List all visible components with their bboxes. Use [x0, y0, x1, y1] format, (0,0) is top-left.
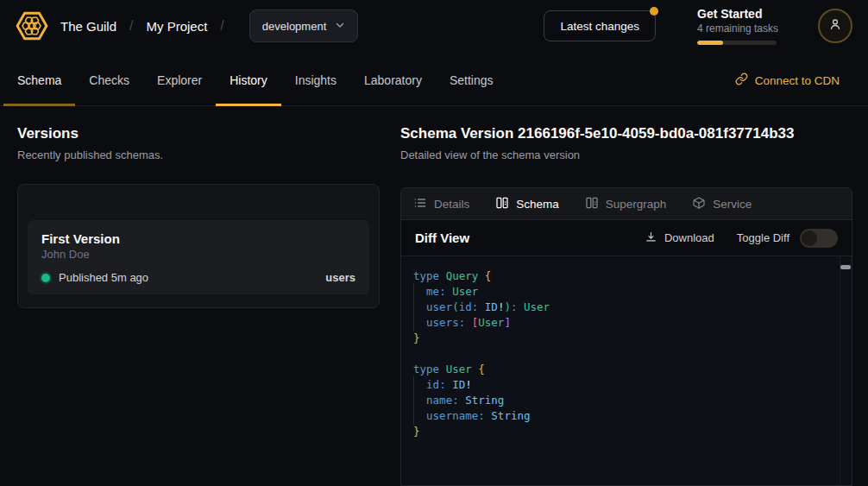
code-line: users: [User] [413, 315, 831, 331]
version-author: John Doe [41, 248, 355, 262]
get-started-widget[interactable]: Get Started 4 remaining tasks [697, 7, 777, 45]
environment-selector[interactable]: development [249, 9, 358, 42]
schema-version-detail: Schema Version 2166196f-5e10-4059-bd0a-0… [400, 124, 852, 486]
tab-label: Service [713, 198, 752, 211]
person-icon [827, 16, 843, 35]
chevron-down-icon [335, 20, 345, 33]
download-icon [645, 230, 657, 246]
detail-tab-bar: Details Schema Supergrap [401, 188, 852, 220]
tab-supergraph[interactable]: Supergraph [585, 196, 667, 212]
toggle-diff-control: Toggle Diff [737, 229, 838, 248]
latest-changes-label: Latest changes [560, 20, 639, 33]
version-name: First Version [41, 230, 355, 247]
toggle-diff-label: Toggle Diff [737, 231, 789, 244]
download-label: Download [664, 231, 714, 244]
code-line: name: String [413, 393, 831, 408]
code-line: me: User [413, 284, 831, 300]
latest-changes-button[interactable]: Latest changes [544, 10, 656, 41]
code-line: username: String [413, 408, 831, 424]
breadcrumb-separator: / [129, 18, 133, 34]
nav-tab-label: Schema [17, 73, 61, 87]
nav-tab-schema[interactable]: Schema [3, 55, 75, 106]
diff-view-actions: Download Toggle Diff [645, 229, 838, 248]
breadcrumb-project[interactable]: My Project [147, 19, 208, 34]
tab-schema[interactable]: Schema [495, 196, 559, 212]
toggle-diff-knob [802, 230, 817, 246]
breadcrumb-org[interactable]: The Guild [60, 19, 116, 34]
version-meta-row: Published 5m ago users [41, 271, 355, 284]
top-bar-right: Latest changes Get Started 4 remaining t… [544, 7, 852, 45]
tab-label: Details [434, 198, 469, 211]
cube-icon [692, 196, 706, 212]
top-bar: The Guild / My Project / development Lat… [0, 0, 868, 52]
version-status: Published 5m ago [59, 271, 148, 284]
versions-panel: Versions Recently published schemas. Fir… [17, 124, 380, 308]
code-block: type Query { me: User user(id: ID!): Use… [401, 256, 852, 451]
code-line: type User { [413, 362, 831, 377]
get-started-progress-bar [697, 41, 777, 45]
nav-tab-settings[interactable]: Settings [436, 55, 507, 106]
tab-label: Schema [516, 198, 559, 211]
nav-tab-laboratory[interactable]: Laboratory [350, 55, 436, 106]
nav-tab-label: Explorer [157, 73, 202, 87]
toggle-diff-switch[interactable] [800, 229, 838, 248]
nav-tab-label: Settings [450, 73, 494, 87]
schema-detail-card: Details Schema Supergrap [400, 187, 852, 486]
code-line: user(id: ID!): User [413, 300, 831, 315]
code-line: } [413, 331, 831, 346]
notification-dot [650, 7, 658, 16]
diff-view-header: Diff View Download Toggle Diff [401, 220, 852, 256]
nav-tab-label: Checks [89, 73, 129, 87]
download-button[interactable]: Download [645, 230, 714, 246]
nav-tab-checks[interactable]: Checks [75, 55, 143, 106]
environment-selector-value: development [262, 20, 326, 33]
connect-to-cdn-link[interactable]: Connect to CDN [735, 73, 840, 88]
scrollbar-track [840, 256, 840, 485]
tab-service[interactable]: Service [692, 196, 752, 212]
nav-tab-label: Laboratory [364, 73, 422, 87]
nav-tab-insights[interactable]: Insights [281, 55, 350, 106]
main-nav: Schema Checks Explorer History Insights … [0, 52, 868, 106]
code-line: type Query { [413, 268, 831, 284]
code-line [413, 346, 831, 362]
code-line: id: ID! [413, 377, 831, 393]
versions-title: Versions [17, 124, 380, 142]
columns-icon [495, 196, 509, 212]
list-icon [413, 196, 427, 212]
published-status-dot [41, 274, 50, 282]
user-avatar[interactable] [818, 9, 852, 43]
nav-tab-explorer[interactable]: Explorer [143, 55, 216, 106]
hive-logo-icon[interactable] [16, 9, 48, 42]
versions-subtitle: Recently published schemas. [17, 148, 380, 162]
schema-version-title: Schema Version 2166196f-5e10-4059-bd0a-0… [400, 124, 852, 142]
diff-view-title: Diff View [415, 230, 469, 245]
connect-to-cdn-label: Connect to CDN [755, 74, 840, 87]
nav-tab-label: Insights [295, 73, 337, 87]
scrollbar-thumb[interactable] [840, 265, 851, 269]
link-icon [735, 73, 748, 88]
nav-tab-history[interactable]: History [216, 55, 281, 106]
code-line: } [413, 424, 831, 439]
get-started-progress-fill [697, 41, 723, 45]
schema-version-subtitle: Detailed view of the schema version [400, 148, 852, 162]
columns-icon [585, 196, 599, 212]
tab-details[interactable]: Details [413, 196, 469, 212]
version-service-badge: users [325, 271, 355, 284]
get-started-subtitle: 4 remaining tasks [697, 22, 777, 35]
versions-card: First Version John Doe Published 5m ago … [17, 184, 380, 308]
get-started-title: Get Started [697, 7, 777, 22]
nav-tab-label: History [230, 73, 267, 87]
breadcrumb-separator: / [220, 18, 223, 34]
schema-code-viewer[interactable]: type Query { me: User user(id: ID!): Use… [401, 256, 852, 485]
version-list-item[interactable]: First Version John Doe Published 5m ago … [28, 220, 369, 294]
tab-label: Supergraph [606, 198, 667, 211]
